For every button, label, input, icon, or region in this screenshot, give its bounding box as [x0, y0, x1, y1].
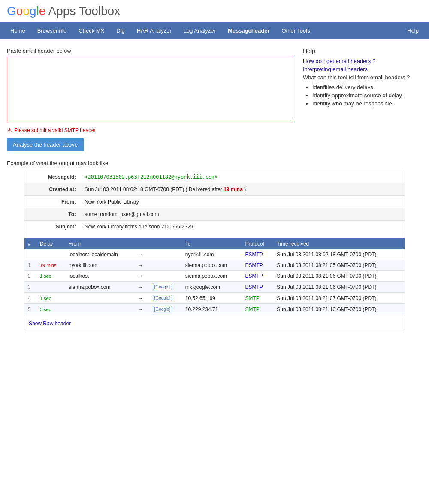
app-header: Google Apps Toolbox: [0, 0, 429, 22]
example-box: MessageId: <201107031502.p63F2I2m001182@…: [24, 171, 405, 330]
row-num: 2: [24, 271, 36, 282]
row-num: 4: [24, 293, 36, 304]
table-row: localhost.localdomain → nyork.iii.com ES…: [24, 249, 405, 260]
routing-table: # Delay From To Protocol Time received l…: [24, 238, 405, 315]
nav-messageheader[interactable]: Messageheader: [222, 22, 276, 39]
protocol-link[interactable]: ESMTP: [245, 284, 263, 290]
table-row: 3 sienna.pobox.com → [Google] mx.google.…: [24, 282, 405, 293]
table-row: Created at: Sun Jul 03 2011 08:02:18 GMT…: [24, 183, 405, 196]
message-info-table: MessageId: <201107031502.p63F2I2m001182@…: [24, 171, 405, 233]
link-interpreting[interactable]: Interpreting email headers: [303, 66, 422, 72]
warning-icon: ⚠: [7, 127, 12, 134]
field-label: To:: [24, 208, 80, 221]
email-textarea[interactable]: [7, 57, 294, 123]
logo-o1: o: [16, 4, 23, 18]
protocol-link[interactable]: ESMTP: [245, 252, 263, 258]
table-row: 5 3 sec → [Google] 10.229.234.71 SMTP Su…: [24, 304, 405, 315]
row-from: sienna.pobox.com: [65, 282, 134, 293]
arrow-icon: →: [134, 304, 149, 315]
col-arrow: [134, 238, 149, 249]
nav-dig[interactable]: Dig: [110, 22, 131, 39]
delay-value: 3 sec: [40, 307, 51, 312]
help-links: How do I get email headers ? Interpretin…: [303, 58, 422, 72]
row-delay: 3 sec: [36, 304, 65, 315]
help-title: Help: [303, 48, 422, 54]
error-message: ⚠ Please submit a valid SMTP header: [7, 127, 294, 134]
field-value-from: New York Public Library: [80, 196, 405, 208]
nav-other-tools[interactable]: Other Tools: [275, 22, 316, 39]
row-protocol: ESMTP: [242, 260, 273, 271]
arrow-icon: →: [134, 271, 149, 282]
field-value-messageid: <201107031502.p63F2I2m001182@nyork.iii.c…: [80, 171, 405, 183]
row-delay: [36, 282, 65, 293]
row-protocol: SMTP: [242, 304, 273, 315]
link-get-headers[interactable]: How do I get email headers ?: [303, 58, 422, 64]
row-protocol: ESMTP: [242, 249, 273, 260]
left-section: Paste email header below ⚠ Please submit…: [7, 48, 294, 151]
help-desc: What can this tool tell from email heade…: [303, 74, 422, 81]
protocol-link[interactable]: ESMTP: [245, 273, 263, 279]
error-text: Please submit a valid SMTP header: [14, 127, 96, 133]
help-list-item: Idenfities delivery delays.: [312, 84, 422, 90]
row-protocol: SMTP: [242, 293, 273, 304]
logo-o2: o: [23, 4, 30, 18]
google-badge-cell: [Google]: [149, 304, 182, 315]
field-label: From:: [24, 196, 80, 208]
row-delay: [36, 249, 65, 260]
row-delay: 19 mins: [36, 260, 65, 271]
row-delay: 1 sec: [36, 293, 65, 304]
help-list-item: Identify who may be responsible.: [312, 100, 422, 107]
delay-value: 1 sec: [40, 296, 51, 301]
paste-label: Paste email header below: [7, 48, 294, 54]
nav-help[interactable]: Help: [401, 22, 425, 39]
right-section: Help How do I get email headers ? Interp…: [303, 48, 422, 151]
table-row: Subject: New York Library items due soon…: [24, 221, 405, 233]
col-protocol: Protocol: [242, 238, 273, 249]
protocol-link[interactable]: SMTP: [245, 306, 259, 312]
row-to: sienna.pobox.com: [182, 260, 242, 271]
top-section: Paste email header below ⚠ Please submit…: [7, 48, 422, 151]
field-label: MessageId:: [24, 171, 80, 183]
arrow-icon: →: [134, 260, 149, 271]
table-row: To: some_random_user@gmail.com: [24, 208, 405, 221]
analyse-button[interactable]: Analyse the header above: [7, 138, 84, 151]
row-to: nyork.iii.com: [182, 249, 242, 260]
nav-har-analyzer[interactable]: HAR Analyzer: [131, 22, 178, 39]
col-google-badge: [149, 238, 182, 249]
google-badge-cell: [Google]: [149, 282, 182, 293]
example-label: Example of what the output may look like: [7, 160, 422, 166]
protocol-link[interactable]: SMTP: [245, 295, 259, 301]
nav-home[interactable]: Home: [4, 22, 31, 39]
arrow-icon: →: [134, 249, 149, 260]
col-num: #: [24, 238, 36, 249]
field-value-subject: New York Library items due soon.212-555-…: [80, 221, 405, 233]
col-to: To: [182, 238, 242, 249]
table-header-row: # Delay From To Protocol Time received: [24, 238, 405, 249]
row-num: 3: [24, 282, 36, 293]
delivery-time: 19 mins: [224, 186, 243, 192]
row-from: localhost: [65, 271, 134, 282]
delay-value: 19 mins: [40, 263, 57, 268]
field-value-to: some_random_user@gmail.com: [80, 208, 405, 221]
nav-log-analyzer[interactable]: Log Analyzer: [178, 22, 222, 39]
google-badge-cell: [Google]: [149, 293, 182, 304]
row-num: 5: [24, 304, 36, 315]
app-title-text: Apps Toolbox: [48, 4, 121, 18]
show-raw-header-link[interactable]: Show Raw header: [24, 317, 75, 330]
row-protocol: ESMTP: [242, 282, 273, 293]
row-from: nyork.iii.com: [65, 260, 134, 271]
nav-checkmx[interactable]: Check MX: [73, 22, 110, 39]
help-list-item: Identify approximate source of delay.: [312, 92, 422, 99]
row-to: mx.google.com: [182, 282, 242, 293]
nav-browserinfo[interactable]: Browserinfo: [31, 22, 73, 39]
protocol-link[interactable]: ESMTP: [245, 262, 263, 268]
field-label: Created at:: [24, 183, 80, 196]
help-list: Idenfities delivery delays. Identify app…: [303, 84, 422, 107]
logo-g: G: [7, 4, 16, 18]
table-row: MessageId: <201107031502.p63F2I2m001182@…: [24, 171, 405, 183]
row-delay: 1 sec: [36, 271, 65, 282]
arrow-icon: →: [134, 293, 149, 304]
created-prefix: Sun Jul 03 2011 08:02:18 GMT-0700 (PDT) …: [85, 186, 224, 192]
raw-footer: Show Raw header: [24, 317, 405, 330]
row-num: 1: [24, 260, 36, 271]
